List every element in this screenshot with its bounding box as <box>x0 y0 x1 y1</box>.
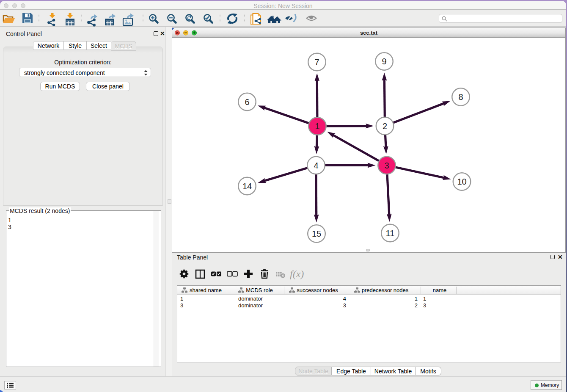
svg-text:7: 7 <box>314 58 319 67</box>
svg-text:8: 8 <box>458 92 463 102</box>
svg-text:15: 15 <box>312 229 321 238</box>
svg-text:6: 6 <box>245 97 249 107</box>
svg-text:name: name <box>433 287 447 293</box>
svg-text:3: 3 <box>384 161 389 170</box>
svg-text:4: 4 <box>314 161 318 170</box>
svg-text:9: 9 <box>382 57 386 66</box>
svg-text:MCDS role: MCDS role <box>246 287 273 293</box>
svg-text:predecessor nodes: predecessor nodes <box>362 287 409 293</box>
svg-text:14: 14 <box>242 182 252 191</box>
svg-text:1: 1 <box>315 121 319 131</box>
svg-text:shared name: shared name <box>190 287 222 293</box>
svg-text:f(x): f(x) <box>290 268 304 279</box>
svg-text:successor nodes: successor nodes <box>297 287 338 293</box>
svg-text:11: 11 <box>386 229 395 238</box>
svg-text:10: 10 <box>457 177 466 186</box>
svg-text:2: 2 <box>383 121 387 131</box>
